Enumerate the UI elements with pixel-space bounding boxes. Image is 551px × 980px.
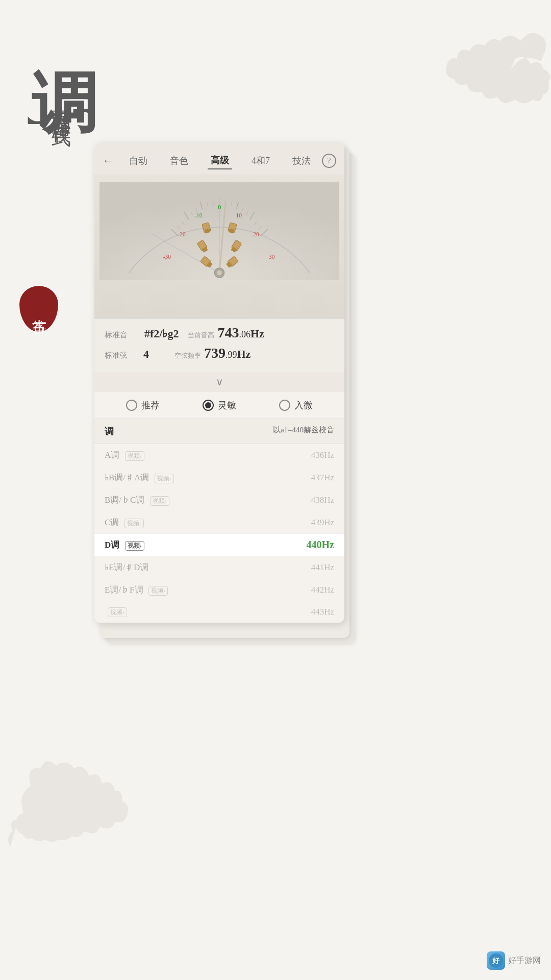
nav-item-47[interactable]: 4和7	[248, 153, 273, 169]
vertical-subtitle: 【 高级调音模式 】	[27, 92, 95, 116]
scale-hz-B: 438Hz	[311, 495, 334, 505]
svg-text:-20: -20	[178, 231, 186, 237]
sensitivity-row: 推荐 灵敏 入微	[94, 392, 344, 419]
cloud-top-right-decoration	[408, 31, 551, 133]
scale-name-D: D调 视频›	[105, 539, 144, 551]
chevron-row[interactable]: ∨	[94, 372, 344, 392]
scale-header-title: 调	[105, 425, 114, 437]
bracket-open: 【	[72, 102, 95, 106]
meter-svg: 0 -10 10 -20	[99, 180, 339, 282]
card-stack: ← 自动 音色 高级 4和7 技法 ?	[94, 143, 355, 623]
svg-text:0: 0	[218, 203, 221, 211]
sensitivity-sensitive[interactable]: 灵敏	[203, 399, 236, 411]
svg-text:好: 好	[492, 957, 500, 965]
logo-text: 好手游网	[508, 955, 541, 966]
subtitle-text: 高级调音模式	[49, 92, 72, 116]
svg-text:-30: -30	[163, 254, 171, 260]
scale-tag-E[interactable]: 视频›	[148, 586, 168, 596]
scale-list: A调 视频› 436Hz ♭B调/♯A调 视频› 437Hz B调/♭C调 视频…	[94, 444, 344, 623]
scale-tag-B[interactable]: 视频›	[150, 496, 169, 506]
open-freq-decimal: .99	[226, 350, 237, 360]
standard-string-line: 标准弦 4 空弦频率 739 .99 Hz	[105, 345, 334, 361]
main-title: 调	[20, 15, 110, 18]
scale-hz-D: 440Hz	[307, 539, 334, 551]
scale-name-E: E调/♭F调 视频›	[105, 584, 168, 596]
sensitivity-recommend[interactable]: 推荐	[126, 399, 160, 411]
scale-row-last[interactable]: 视频› 443Hz	[94, 601, 344, 623]
nav-item-advanced[interactable]: 高级	[208, 152, 232, 169]
scale-hz-E: 442Hz	[311, 585, 334, 595]
logo-svg: 好	[488, 953, 504, 968]
scale-row-A[interactable]: A调 视频› 436Hz	[94, 444, 344, 467]
svg-text:30: 30	[269, 254, 275, 260]
svg-point-42	[217, 271, 222, 276]
radio-sensitive-circle	[203, 400, 214, 411]
bracket-close: 】	[27, 102, 49, 106]
main-card: ← 自动 音色 高级 4和7 技法 ?	[94, 143, 344, 623]
sensitivity-fine-label: 入微	[294, 399, 313, 411]
open-freq-label: 空弦频率	[174, 351, 201, 360]
chevron-down-icon: ∨	[216, 376, 223, 388]
scale-hz-A: 436Hz	[311, 450, 334, 460]
nav-items: 自动 音色 高级 4和7 技法	[118, 152, 322, 169]
scale-header-subtitle: 以a1=440赫兹校音	[273, 425, 334, 437]
svg-text:-10: -10	[194, 212, 203, 218]
open-freq-main: 739	[204, 345, 226, 361]
logo-icon: 好	[487, 951, 505, 970]
scale-row-D[interactable]: D调 视频› 440Hz	[94, 534, 344, 556]
svg-text:10: 10	[236, 212, 242, 218]
scale-hz-bB: 437Hz	[311, 473, 334, 483]
standard-note-line: 标准音 #f2/♭g2 当前音高 743 .06 Hz	[105, 325, 334, 341]
sensitivity-fine[interactable]: 入微	[279, 399, 313, 411]
scale-tag-D[interactable]: 视频›	[125, 541, 144, 551]
scale-hz-C: 439Hz	[311, 518, 334, 528]
nav-item-technique[interactable]: 技法	[289, 153, 314, 169]
scale-name-A: A调 视频›	[105, 449, 144, 461]
open-freq-unit: Hz	[237, 348, 251, 361]
instrument-badge: 古筝	[19, 286, 58, 332]
radio-fine-circle	[279, 400, 290, 411]
standard-string-num: 4	[143, 348, 149, 361]
scale-row-bE[interactable]: ♭E调/♯D调 441Hz	[94, 556, 344, 579]
current-pitch-label: 当前音高	[188, 331, 214, 340]
current-freq-unit: Hz	[251, 327, 264, 340]
svg-text:20: 20	[253, 231, 259, 237]
current-freq-decimal: .06	[239, 329, 251, 340]
scale-tag-A[interactable]: 视频›	[125, 451, 144, 461]
help-button[interactable]: ?	[322, 154, 336, 168]
standard-string-label: 标准弦	[105, 351, 140, 360]
scale-name-bE: ♭E调/♯D调	[105, 561, 148, 573]
cloud-bottom-left-decoration	[0, 755, 163, 878]
nav-bar: ← 自动 音色 高级 4和7 技法 ?	[94, 143, 344, 175]
scale-header: 调 以a1=440赫兹校音	[94, 419, 344, 444]
current-freq-main: 743	[217, 325, 239, 341]
sensitivity-sensitive-label: 灵敏	[218, 399, 236, 411]
bottom-logo: 好 好手游网	[487, 951, 541, 970]
scale-name-last: 视频›	[105, 606, 127, 617]
standard-note-value: #f2/♭g2	[144, 327, 179, 340]
nav-item-auto[interactable]: 自动	[126, 153, 151, 169]
svg-line-16	[213, 201, 214, 205]
scale-row-bB[interactable]: ♭B调/♯A调 视频› 437Hz	[94, 467, 344, 489]
sensitivity-recommend-label: 推荐	[141, 399, 160, 411]
info-section: 标准音 #f2/♭g2 当前音高 743 .06 Hz 标准弦 4 空弦频率 7…	[94, 318, 344, 372]
radio-recommend-circle	[126, 400, 137, 411]
back-button[interactable]: ←	[103, 154, 114, 167]
scale-name-C: C调 视频›	[105, 517, 144, 528]
scale-tag-bB[interactable]: 视频›	[155, 474, 174, 483]
scale-tag-C[interactable]: 视频›	[124, 519, 144, 528]
scale-name-bB: ♭B调/♯A调 视频›	[105, 472, 174, 483]
scale-row-C[interactable]: C调 视频› 439Hz	[94, 511, 344, 534]
scale-row-B[interactable]: B调/♭C调 视频› 438Hz	[94, 489, 344, 511]
scale-row-E[interactable]: E调/♭F调 视频› 442Hz	[94, 579, 344, 601]
scale-hz-bE: 441Hz	[311, 562, 334, 573]
scale-name-B: B调/♭C调 视频›	[105, 494, 169, 506]
tuner-section: 0 -10 10 -20	[94, 175, 344, 318]
meter-gauge: 0 -10 10 -20	[99, 180, 339, 282]
scale-hz-last: 443Hz	[311, 607, 334, 617]
scale-tag-last[interactable]: 视频›	[108, 607, 127, 617]
nav-item-timbre[interactable]: 音色	[167, 153, 191, 169]
standard-note-label: 标准音	[105, 330, 140, 340]
